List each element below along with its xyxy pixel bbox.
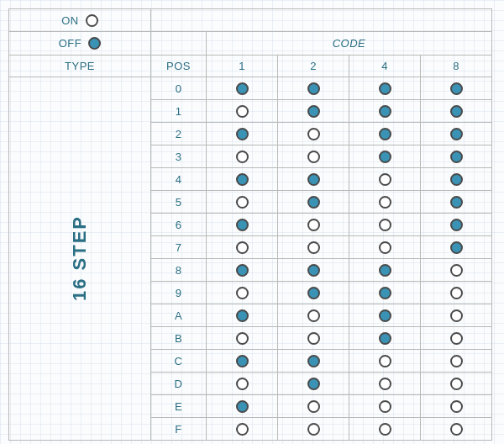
dot-open-icon (450, 287, 463, 299)
code-cell (207, 259, 278, 282)
dot-filled-icon (450, 82, 463, 95)
dot-filled-icon (450, 196, 463, 209)
code-cell (278, 77, 349, 100)
code-cell (207, 350, 278, 373)
dot-open-icon (307, 151, 320, 163)
code-col-header: 4 (349, 56, 421, 77)
code-cell (207, 123, 278, 145)
code-cell (278, 145, 349, 168)
pos-cell: 4 (151, 168, 207, 191)
code-cell (349, 77, 421, 100)
dot-filled-icon (307, 196, 320, 209)
dot-open-icon (450, 332, 463, 345)
code-cell (421, 100, 492, 123)
code-cell (349, 168, 421, 191)
code-cell (207, 373, 278, 395)
dot-filled-icon (307, 264, 320, 277)
code-cell (278, 395, 349, 418)
pos-cell: 2 (151, 123, 207, 145)
dot-filled-icon (236, 264, 249, 277)
dot-filled-icon (379, 128, 391, 140)
code-cell (207, 418, 278, 441)
legend-on-dot-icon (86, 14, 98, 27)
dot-open-icon (307, 128, 320, 140)
spacer-cell (151, 32, 207, 56)
pos-cell: 5 (151, 191, 207, 214)
code-cell (349, 236, 421, 259)
dot-open-icon (379, 241, 391, 254)
dot-open-icon (307, 423, 320, 436)
dot-open-icon (379, 423, 391, 436)
dot-open-icon (379, 219, 391, 231)
dot-filled-icon (450, 105, 463, 118)
dot-filled-icon (450, 241, 463, 254)
code-cell (421, 191, 492, 214)
code-cell (207, 282, 278, 304)
dot-open-icon (307, 219, 320, 231)
dot-open-icon (379, 378, 391, 390)
dot-filled-icon (307, 105, 320, 118)
dot-open-icon (236, 332, 249, 345)
type-label: 16 STEP (69, 215, 91, 301)
code-cell (278, 282, 349, 304)
pos-cell: 3 (151, 145, 207, 168)
dot-filled-icon (236, 400, 249, 413)
code-cell (421, 395, 492, 418)
legend-on-label: ON (61, 14, 79, 27)
pos-cell: A (151, 304, 207, 327)
dot-open-icon (450, 264, 463, 277)
code-cell (278, 214, 349, 236)
code-cell (349, 259, 421, 282)
code-cell (349, 100, 421, 123)
code-cell (207, 145, 278, 168)
dot-filled-icon (236, 355, 249, 367)
pos-cell: 1 (151, 100, 207, 123)
dot-filled-icon (307, 378, 320, 390)
code-cell (207, 236, 278, 259)
dot-open-icon (307, 332, 320, 345)
pos-header: POS (151, 56, 207, 77)
code-cell (349, 418, 421, 441)
dot-open-icon (379, 173, 391, 186)
type-cell: 16 STEP (8, 77, 151, 441)
pos-cell: 8 (151, 259, 207, 282)
code-cell (349, 395, 421, 418)
code-cell (278, 259, 349, 282)
pos-cell: 6 (151, 214, 207, 236)
pos-cell: B (151, 327, 207, 350)
pos-cell: 9 (151, 282, 207, 304)
code-table: ONOFFCODETYPEPOS124816 STEP0123456789ABC… (8, 8, 492, 441)
dot-open-icon (307, 309, 320, 322)
legend-off-dot-icon (88, 37, 101, 50)
dot-filled-icon (379, 332, 391, 345)
dot-open-icon (450, 400, 463, 413)
dot-filled-icon (450, 128, 463, 140)
code-col-header: 1 (207, 56, 278, 77)
code-cell (278, 191, 349, 214)
code-cell (207, 304, 278, 327)
dot-open-icon (450, 378, 463, 390)
code-cell (278, 418, 349, 441)
code-cell (421, 373, 492, 395)
code-header: CODE (207, 32, 492, 56)
legend-on-cell: ON (8, 8, 151, 32)
dot-open-icon (236, 378, 249, 390)
code-cell (207, 77, 278, 100)
code-cell (207, 100, 278, 123)
code-cell (278, 100, 349, 123)
dot-open-icon (379, 355, 391, 367)
code-col-header: 2 (278, 56, 349, 77)
dot-open-icon (307, 400, 320, 413)
dot-filled-icon (379, 105, 391, 118)
code-cell (278, 123, 349, 145)
code-cell (421, 350, 492, 373)
code-cell (421, 282, 492, 304)
code-cell (421, 259, 492, 282)
legend-off-label: OFF (59, 37, 82, 50)
code-cell (207, 395, 278, 418)
code-cell (421, 327, 492, 350)
code-cell (207, 214, 278, 236)
dot-filled-icon (307, 287, 320, 299)
dot-filled-icon (379, 151, 391, 163)
code-cell (421, 168, 492, 191)
